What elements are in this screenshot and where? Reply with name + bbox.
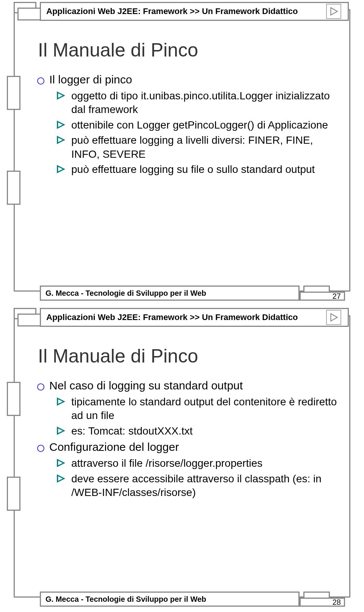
bullet-sub: può effettuare logging a livelli diversi… <box>33 133 343 161</box>
page-number: 27 <box>333 292 341 301</box>
bullet-main: Configurazione del logger <box>33 439 343 454</box>
footer-text: G. Mecca - Tecnologie di Sviluppo per il… <box>46 595 206 604</box>
page-number: 28 <box>333 598 341 607</box>
svg-marker-0 <box>331 8 337 15</box>
decoration-tab <box>7 477 20 511</box>
bullet-main: Nel caso di logging su standard output <box>33 378 343 393</box>
footer: G. Mecca - Tecnologie di Sviluppo per il… <box>40 286 300 301</box>
slide-title: Il Manuale di Pinco <box>38 345 198 367</box>
slide-28: Applicazioni Web J2EE: Framework >> Un F… <box>0 306 364 612</box>
page-number-box: 27 <box>300 292 345 301</box>
bullet-sub: es: Tomcat: stdoutXXX.txt <box>33 424 343 438</box>
bullet-sub: ottenibile con Logger getPincoLogger() d… <box>33 118 343 132</box>
bullet-sub: può effettuare logging su file o sullo s… <box>33 163 343 176</box>
bullet-sub: deve essere accessibile attraverso il cl… <box>33 472 343 500</box>
play-icon <box>329 6 339 16</box>
breadcrumb: Applicazioni Web J2EE: Framework >> Un F… <box>40 2 349 21</box>
slide-content: Il logger di pinco oggetto di tipo it.un… <box>33 72 343 178</box>
decoration-tab <box>7 171 20 205</box>
breadcrumb: Applicazioni Web J2EE: Framework >> Un F… <box>40 308 349 327</box>
decoration-tab <box>7 76 20 110</box>
svg-marker-1 <box>331 314 337 321</box>
nav-icon[interactable] <box>326 310 341 325</box>
slide-title: Il Manuale di Pinco <box>38 39 198 61</box>
breadcrumb-text: Applicazioni Web J2EE: Framework >> Un F… <box>46 312 298 322</box>
slide-content: Nel caso di logging su standard output t… <box>33 378 343 501</box>
page-number-box: 28 <box>300 598 345 607</box>
bullet-sub: oggetto di tipo it.unibas.pinco.utilita.… <box>33 89 343 117</box>
play-icon <box>329 312 339 322</box>
breadcrumb-text: Applicazioni Web J2EE: Framework >> Un F… <box>46 6 298 16</box>
footer: G. Mecca - Tecnologie di Sviluppo per il… <box>40 592 300 607</box>
footer-text: G. Mecca - Tecnologie di Sviluppo per il… <box>46 289 206 298</box>
bullet-main: Il logger di pinco <box>33 72 343 87</box>
decoration-tab <box>7 382 20 416</box>
nav-icon[interactable] <box>326 4 341 19</box>
bullet-sub: tipicamente lo standard output del conte… <box>33 395 343 423</box>
slide-27: Applicazioni Web J2EE: Framework >> Un F… <box>0 0 364 306</box>
bullet-sub: attraverso il file /risorse/logger.prope… <box>33 457 343 470</box>
